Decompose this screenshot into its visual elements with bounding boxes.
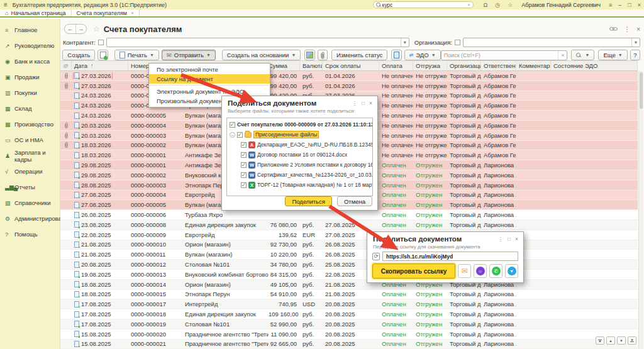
column-header-cur[interactable]: Валюта — [300, 61, 323, 70]
send-menu-item[interactable]: По электронной почте — [149, 65, 270, 74]
dialog-close-icon[interactable]: × — [515, 236, 518, 242]
organization-combo[interactable]: ▼ — [463, 38, 640, 47]
create-based-on-button[interactable]: Создать на основании▼ — [222, 50, 301, 60]
table-row[interactable]: 17.08.20250000-000019Столовая №10152 990… — [60, 319, 638, 330]
sidebar-item-zarplata-kadry[interactable]: ♟Зарплата и кадры — [0, 148, 60, 163]
file-checkbox[interactable]: ✓ — [241, 172, 247, 178]
counterparty-checkbox[interactable] — [98, 40, 104, 45]
copy-link-button[interactable]: Скопировать ссылку — [372, 263, 455, 279]
cancel-button[interactable]: Отмена — [337, 196, 372, 206]
table-row[interactable]: 15.08.20250000-000021Праздничное агентст… — [60, 340, 638, 349]
related-documents-button[interactable] — [304, 50, 314, 60]
table-row[interactable]: 17.08.20250000-000018Единая дирекция зак… — [60, 309, 638, 319]
share-file-item[interactable]: ✓WДоговор поставки 16 от 090124.docx — [227, 150, 372, 160]
more-menu-icon[interactable]: ⋮ — [624, 26, 630, 33]
search-settings-button[interactable]: ▼ — [571, 50, 594, 60]
sidebar-item-pomosch[interactable]: ?Помощь — [0, 226, 60, 242]
dialog-menu-icon[interactable]: ⋮ — [497, 236, 503, 242]
sidebar-item-pokupki[interactable]: ▥Покупки — [0, 85, 60, 101]
table-row[interactable]: 21.08.20250000-000010Орион (магазин)92 7… — [60, 240, 638, 250]
attachments-button[interactable] — [318, 50, 328, 60]
table-row[interactable]: 27.03.20260000-00099 420,00руб.01.04.202… — [60, 81, 638, 91]
file-checkbox[interactable]: ✓ — [230, 122, 235, 128]
back-button[interactable]: ← — [65, 25, 75, 33]
send-button[interactable]: ✉Отправить▼ — [162, 50, 216, 60]
share-button[interactable]: Поделиться — [285, 196, 331, 206]
table-row[interactable]: 23.08.20250000-000008Единая дирекция зак… — [60, 220, 638, 230]
column-header-clip[interactable]: @ — [60, 61, 72, 70]
favorite-star-icon[interactable]: ☆ — [93, 25, 100, 33]
main-menu-icon[interactable]: ≡ — [4, 1, 8, 8]
forward-button[interactable]: → — [75, 25, 86, 33]
column-header-org[interactable]: Организация — [447, 61, 481, 70]
column-header-ship[interactable]: Отгрузка — [413, 61, 447, 70]
service-menu-icon[interactable]: ≡ — [609, 2, 612, 8]
send-menu-item[interactable]: Ссылку на документ — [149, 74, 270, 84]
help-button[interactable]: ? — [630, 50, 640, 60]
table-row[interactable]: 27.03.20260000-00099 420,00руб.01.04.202… — [60, 71, 638, 81]
sidebar-item-operacii[interactable]: √Операции — [0, 163, 60, 179]
column-header-resp[interactable]: Ответственн... — [481, 61, 516, 70]
sidebar-item-sklad[interactable]: ▦Склад — [0, 101, 60, 116]
dialog-close-icon[interactable]: × — [369, 100, 372, 106]
share-url-input[interactable]: https://sh.1c.ru/m/iKojMyd — [382, 252, 518, 261]
column-header-pay[interactable]: Оплата — [379, 61, 413, 70]
dialog-maximize-icon[interactable]: □ — [508, 236, 511, 242]
share-file-item[interactable]: ✓AДекларация_ЕАЭС_№RU_D-RU.ПБ18.В.12345_… — [227, 140, 372, 150]
sidebar-item-prodazhi[interactable]: ▣Продажи — [0, 69, 60, 85]
close-tab-icon[interactable]: × — [131, 10, 134, 16]
table-row[interactable]: 26.08.20250000-000006Турбаза ЯхроОплачен… — [60, 210, 638, 220]
column-header-due[interactable]: Срок оплаты — [323, 61, 379, 70]
collapse-toggle-icon[interactable]: – — [230, 132, 235, 138]
dialog-menu-icon[interactable]: ⋮ — [352, 100, 357, 106]
sidebar-item-administrirovanie[interactable]: ⚙Администрирование — [0, 211, 60, 226]
create-button[interactable]: Создать — [62, 50, 95, 60]
page-up-button[interactable]: ▲ — [606, 336, 615, 345]
chevron-down-icon[interactable]: ▼ — [631, 38, 640, 47]
go-last-button[interactable]: ▼ — [628, 336, 636, 345]
file-checkbox[interactable]: ✓ — [241, 162, 247, 168]
sidebar-item-otchety[interactable]: ▃▆▄Отчеты — [0, 179, 60, 195]
clear-search-icon[interactable]: × — [467, 2, 470, 8]
dialog-maximize-icon[interactable]: □ — [362, 100, 365, 106]
sidebar-item-rukovoditelyu[interactable]: ↗Руководителю — [0, 38, 60, 53]
table-row[interactable]: 21.08.20250000-000011Вулкан (магазин)10 … — [60, 250, 638, 260]
share-app-messenger-button[interactable]: ○ — [474, 264, 487, 278]
column-header-sum[interactable]: Сумма — [269, 61, 300, 70]
page-down-button[interactable]: ▼ — [617, 336, 626, 345]
file-checkbox[interactable]: ✓ — [241, 182, 247, 188]
chevron-down-icon[interactable]: ▼ — [401, 38, 409, 47]
sidebar-item-spravochniki[interactable]: ▧Справочники — [0, 195, 60, 211]
table-row[interactable]: 18.08.20250000-000014Орион (магазин)49 1… — [60, 280, 638, 290]
favorites-star-icon[interactable]: ☆ — [508, 2, 513, 8]
share-file-item[interactable]: ✓XТОРГ-12 (Товарная накладная) № 1 от 18… — [227, 180, 372, 190]
get-link-icon[interactable] — [609, 26, 618, 32]
file-checkbox[interactable]: ✓ — [237, 132, 243, 138]
list-search-input[interactable]: Поиск (Ctrl+F) × — [441, 50, 568, 60]
column-header-date[interactable]: Дата↑ — [72, 61, 128, 70]
share-app-email-button[interactable]: ✉ — [458, 264, 471, 278]
print-button[interactable]: Печать▼ — [114, 50, 159, 60]
go-first-button[interactable]: ▲ — [596, 336, 604, 345]
notifications-bell-icon[interactable]: Ω — [484, 2, 488, 8]
organization-checkbox[interactable] — [455, 40, 460, 45]
send-menu-item[interactable]: Электронный документ по ЭДО — [149, 87, 270, 96]
edo-documents-button[interactable] — [391, 50, 401, 60]
tab-invoices[interactable]: Счета покупателям × — [71, 9, 140, 16]
close-window-button[interactable]: × — [638, 2, 641, 8]
table-row[interactable]: 18.08.20250000-000015Этнопарк Перун54 91… — [60, 290, 638, 300]
change-status-button[interactable]: Изменить статус — [331, 50, 387, 60]
share-file-item[interactable]: ✓Счет покупателю 0000-000009 от 27.03.20… — [227, 119, 372, 130]
tab-home[interactable]: ⌂ Начальная страница — [0, 9, 71, 16]
sidebar-item-glavnoe[interactable]: ≡Главное — [0, 22, 60, 38]
history-icon[interactable]: ◷ — [495, 2, 500, 8]
sidebar-item-proizvodstvo[interactable]: ▩Производство — [0, 116, 60, 132]
table-row[interactable]: 19.08.20250000-000013Внуковский комбинат… — [60, 270, 638, 280]
more-actions-button[interactable]: Еще▼ — [598, 50, 627, 60]
share-app-telegram-button[interactable]: ➤ — [505, 264, 518, 278]
global-search-input[interactable]: курс × — [373, 1, 474, 8]
file-checkbox[interactable]: ✓ — [241, 142, 247, 148]
close-form-icon[interactable]: × — [636, 26, 640, 33]
table-row[interactable]: 17.08.20250000-000017Интертрейд740,95USD… — [60, 299, 638, 309]
share-file-item[interactable]: –✓Присоединенные файлы — [227, 130, 372, 140]
